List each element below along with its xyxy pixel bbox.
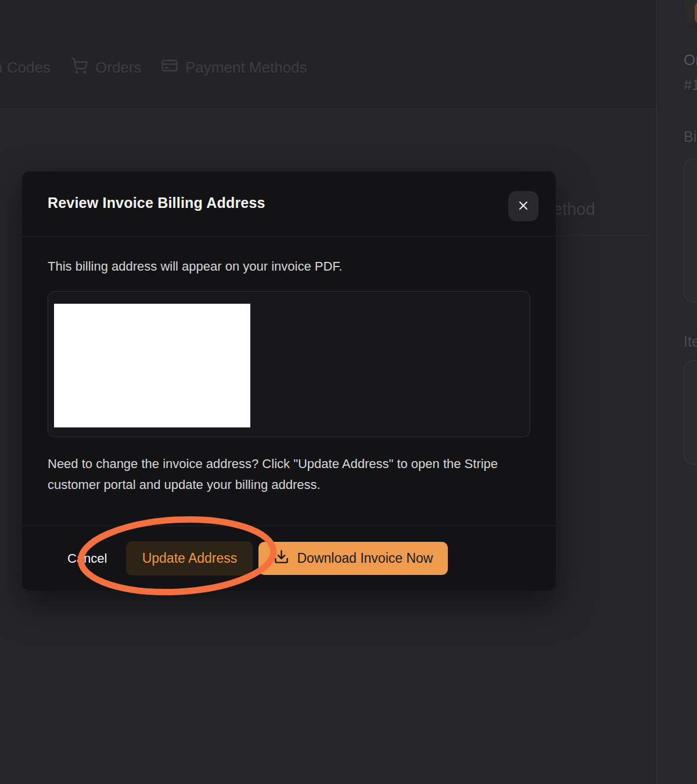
section-divider <box>546 235 649 236</box>
download-invoice-label: Download Invoice Now <box>297 551 433 566</box>
dialog-title: Review Invoice Billing Address <box>48 195 265 211</box>
dialog-body: This billing address will appear on your… <box>22 259 556 495</box>
sidebar-items-label: Ite <box>684 333 697 350</box>
screen: n Codes Orders Payment Methods ethod Or … <box>0 0 697 784</box>
download-icon <box>274 549 289 568</box>
intro-text: This billing address will appear on your… <box>48 259 530 274</box>
redacted-address-block <box>54 304 250 427</box>
tab-orders-label: Orders <box>95 59 141 77</box>
payment-method-heading-fragment: ethod <box>553 200 595 219</box>
tab-payment-methods-label: Payment Methods <box>185 59 307 77</box>
sidebar-items-card <box>684 360 697 465</box>
x-icon <box>516 199 530 214</box>
help-text: Need to change the invoice address? Clic… <box>48 454 530 495</box>
sidebar-order-number: #1 <box>684 77 697 93</box>
header-divider <box>0 109 656 109</box>
sidebar-order-title: Or <box>684 51 697 69</box>
tab-codes-label: n Codes <box>0 59 51 77</box>
cancel-button[interactable]: Cancel <box>57 543 117 574</box>
billing-address-preview <box>48 291 530 437</box>
credit-card-icon <box>161 57 178 78</box>
tab-payment-methods[interactable]: Payment Methods <box>161 56 307 79</box>
sidebar-billing-card <box>684 159 697 302</box>
sidebar-billing-label: Bil <box>684 128 697 145</box>
cut-off-accent <box>695 2 697 23</box>
tab-codes[interactable]: n Codes <box>0 56 51 79</box>
review-invoice-billing-address-dialog: Review Invoice Billing Address This bill… <box>22 171 556 591</box>
download-invoice-button[interactable]: Download Invoice Now <box>258 542 448 575</box>
dialog-header: Review Invoice Billing Address <box>22 171 556 237</box>
close-button[interactable] <box>508 191 538 221</box>
update-address-button[interactable]: Update Address <box>126 541 253 576</box>
shopping-cart-icon <box>71 57 88 78</box>
tab-orders[interactable]: Orders <box>71 56 141 79</box>
dialog-footer: Cancel Update Address Download Invoice N… <box>22 526 556 591</box>
